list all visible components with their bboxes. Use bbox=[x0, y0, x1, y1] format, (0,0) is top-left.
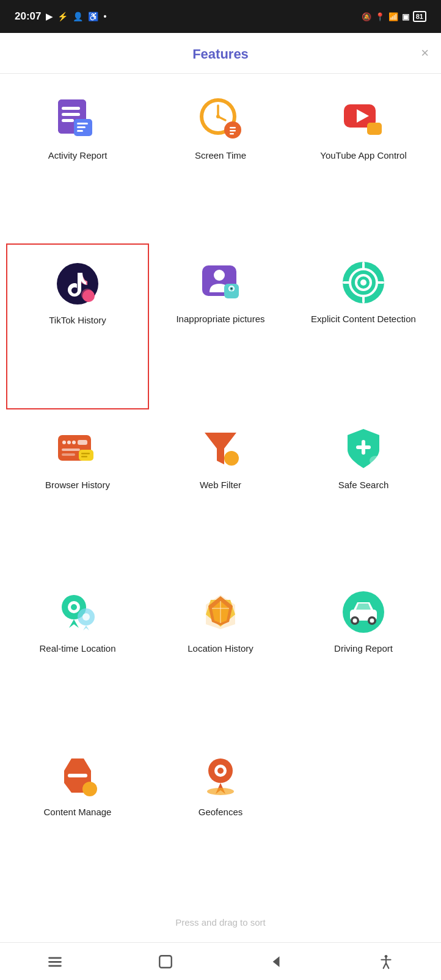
svg-rect-43 bbox=[78, 440, 87, 445]
close-button[interactable]: × bbox=[421, 46, 429, 60]
svg-marker-82 bbox=[273, 956, 280, 967]
page-title: Features bbox=[192, 46, 249, 62]
dot-status-icon: • bbox=[103, 12, 106, 21]
svg-point-34 bbox=[360, 279, 366, 286]
svg-point-58 bbox=[82, 613, 90, 621]
features-grid: Activity Report bbox=[0, 74, 441, 906]
bottom-nav bbox=[0, 942, 441, 980]
geofences-icon bbox=[199, 754, 242, 798]
activity-report-label: Activity Report bbox=[48, 150, 108, 162]
svg-rect-4 bbox=[62, 119, 74, 122]
explicit-content-detection-label: Explicit Content Detection bbox=[311, 313, 416, 325]
svg-point-13 bbox=[216, 115, 220, 118]
svg-rect-15 bbox=[230, 127, 236, 129]
location-history-icon bbox=[199, 590, 242, 634]
svg-rect-17 bbox=[230, 133, 234, 135]
svg-rect-8 bbox=[77, 130, 83, 132]
feature-tiktok-history[interactable]: TikTok History bbox=[6, 243, 149, 409]
safe-search-icon bbox=[341, 427, 385, 470]
feature-inappropriate-pictures[interactable]: Inappropriate pictures bbox=[149, 243, 292, 409]
inappropriate-pictures-label: Inappropriate pictures bbox=[176, 313, 264, 325]
feature-web-filter[interactable]: Web Filter bbox=[149, 409, 292, 573]
feature-browser-history[interactable]: Browser History bbox=[6, 409, 149, 573]
svg-rect-72 bbox=[68, 774, 87, 777]
svg-line-87 bbox=[386, 963, 388, 968]
browser-history-icon bbox=[56, 427, 100, 470]
realtime-location-label: Real-time Location bbox=[39, 643, 115, 655]
feature-realtime-location[interactable]: Real-time Location bbox=[6, 573, 149, 737]
svg-point-77 bbox=[207, 788, 234, 795]
svg-point-73 bbox=[82, 782, 97, 796]
home-square-icon bbox=[158, 954, 173, 970]
tiktok-history-icon bbox=[56, 262, 100, 306]
feature-location-history[interactable]: Location History bbox=[149, 573, 292, 737]
screen-time-label: Screen Time bbox=[195, 150, 246, 162]
svg-point-42 bbox=[72, 441, 76, 444]
accessibility-icon bbox=[378, 954, 394, 970]
status-left: 20:07 ▶ ⚡ 👤 ♿ • bbox=[15, 10, 106, 23]
driving-report-label: Driving Report bbox=[334, 643, 393, 655]
svg-rect-20 bbox=[367, 123, 382, 135]
inappropriate-pictures-icon bbox=[199, 261, 242, 304]
status-time: 20:07 bbox=[15, 10, 41, 23]
feature-content-manage[interactable]: Content Manage bbox=[6, 737, 149, 900]
web-filter-label: Web Filter bbox=[200, 479, 241, 491]
svg-point-70 bbox=[370, 619, 374, 623]
feature-activity-report[interactable]: Activity Report bbox=[6, 80, 149, 243]
svg-rect-46 bbox=[79, 450, 93, 461]
feature-explicit-content-detection[interactable]: Explicit Content Detection bbox=[292, 243, 435, 409]
svg-rect-44 bbox=[62, 449, 80, 451]
feature-driving-report[interactable]: Driving Report bbox=[292, 573, 435, 737]
nav-home-button[interactable] bbox=[147, 949, 184, 974]
feature-youtube-app-control[interactable]: YouTube App Control bbox=[292, 80, 435, 243]
svg-point-50 bbox=[224, 451, 239, 466]
svg-rect-79 bbox=[48, 960, 62, 962]
svg-point-41 bbox=[67, 441, 71, 444]
geofences-label: Geofences bbox=[199, 806, 243, 818]
svg-point-40 bbox=[62, 441, 66, 444]
svg-point-53 bbox=[370, 456, 382, 466]
svg-rect-47 bbox=[81, 453, 90, 455]
wifi-icon: 📶 bbox=[388, 12, 398, 21]
explicit-content-detection-icon bbox=[341, 261, 385, 304]
svg-rect-78 bbox=[48, 957, 62, 959]
nav-back-button[interactable] bbox=[257, 949, 294, 974]
browser-history-label: Browser History bbox=[45, 479, 110, 491]
status-right: 🔕 📍 📶 ▣ 81 bbox=[362, 11, 426, 22]
svg-rect-6 bbox=[77, 123, 88, 124]
youtube-app-control-label: YouTube App Control bbox=[320, 150, 407, 162]
content-manage-icon bbox=[56, 754, 100, 798]
svg-line-86 bbox=[383, 963, 385, 968]
svg-rect-7 bbox=[77, 126, 86, 128]
realtime-location-icon bbox=[56, 590, 100, 634]
sort-hint: Press and drag to sort bbox=[0, 906, 441, 942]
location-history-label: Location History bbox=[188, 643, 253, 655]
svg-rect-52 bbox=[356, 445, 371, 449]
svg-rect-2 bbox=[62, 107, 80, 110]
back-arrow-icon bbox=[268, 954, 283, 970]
svg-point-68 bbox=[353, 619, 357, 623]
nav-accessibility-button[interactable] bbox=[368, 949, 404, 974]
feature-geofences[interactable]: Geofences bbox=[149, 737, 292, 900]
web-filter-icon bbox=[199, 427, 242, 470]
activity-status-icon: ⚡ bbox=[57, 12, 68, 21]
svg-rect-45 bbox=[62, 453, 75, 456]
nav-menu-button[interactable] bbox=[37, 949, 73, 974]
content-manage-label: Content Manage bbox=[44, 806, 112, 818]
svg-point-56 bbox=[71, 604, 77, 610]
status-bar: 20:07 ▶ ⚡ 👤 ♿ • 🔕 📍 📶 ▣ 81 bbox=[0, 0, 441, 33]
feature-safe-search[interactable]: Safe Search bbox=[292, 409, 435, 573]
youtube-status-icon: ▶ bbox=[46, 12, 53, 21]
features-header: Features × bbox=[0, 33, 441, 74]
feature-screen-time[interactable]: Screen Time bbox=[149, 80, 292, 243]
svg-point-25 bbox=[214, 270, 225, 281]
accessibility-status-icon: ♿ bbox=[88, 12, 98, 21]
youtube-app-control-icon bbox=[341, 97, 385, 141]
safe-search-label: Safe Search bbox=[338, 479, 389, 491]
location-icon: 📍 bbox=[375, 12, 385, 21]
mute-icon: 🔕 bbox=[362, 12, 371, 21]
svg-point-23 bbox=[81, 289, 93, 301]
tiktok-history-label: TikTok History bbox=[49, 314, 106, 326]
svg-rect-81 bbox=[159, 956, 172, 968]
person-status-icon: 👤 bbox=[73, 12, 83, 21]
